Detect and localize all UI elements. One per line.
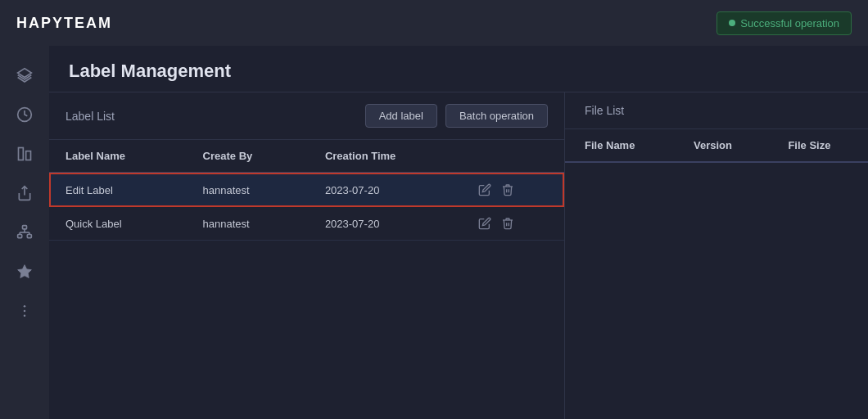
svg-rect-7 xyxy=(27,235,31,238)
body-layout: Label Management Label List Add label Ba… xyxy=(0,46,868,419)
label-table: Label Name Create By Creation Time Edit … xyxy=(49,140,564,241)
col-label-name: Label Name xyxy=(49,140,187,173)
delete-label-button[interactable] xyxy=(501,183,514,196)
success-message: Successful operation xyxy=(740,17,839,29)
col-actions xyxy=(462,140,564,173)
label-panel-header: Label List Add label Batch operation xyxy=(49,92,564,140)
label-table-container: Label Name Create By Creation Time Edit … xyxy=(49,140,564,419)
success-dot-icon xyxy=(729,20,735,26)
col-version: Version xyxy=(674,129,768,162)
panels: Label List Add label Batch operation Lab… xyxy=(49,92,868,419)
cell-label-name: Edit Label xyxy=(49,173,187,207)
cell-date: 2023-07-20 xyxy=(309,173,463,207)
edit-label-button[interactable] xyxy=(478,217,491,230)
success-notification: Successful operation xyxy=(717,11,852,35)
col-file-size: File Size xyxy=(768,129,868,162)
sidebar-item-org[interactable] xyxy=(8,216,41,249)
svg-rect-2 xyxy=(19,148,24,160)
cell-creator: hannatest xyxy=(187,207,309,241)
label-table-header-row: Label Name Create By Creation Time xyxy=(49,140,564,173)
svg-rect-6 xyxy=(18,235,22,238)
file-table: File Name Version File Size xyxy=(565,129,868,163)
table-row[interactable]: Quick Label hannatest 2023-07-20 xyxy=(49,207,564,241)
cell-label-name: Quick Label xyxy=(49,207,187,241)
svg-rect-5 xyxy=(23,226,27,229)
col-create-by: Create By xyxy=(187,140,309,173)
topbar: HAPYTEAM Successful operation xyxy=(0,0,868,46)
svg-marker-12 xyxy=(18,265,32,278)
label-panel-title: Label List xyxy=(66,110,115,123)
sidebar-item-history[interactable] xyxy=(8,98,41,131)
file-table-header-row: File Name Version File Size xyxy=(565,129,868,162)
cell-creator: hannatest xyxy=(187,173,309,207)
svg-point-14 xyxy=(24,310,26,313)
add-label-button[interactable]: Add label xyxy=(365,104,437,128)
page-title: Label Management xyxy=(69,61,848,82)
file-panel-header: File List xyxy=(565,92,868,129)
page-title-bar: Label Management xyxy=(49,46,868,92)
edit-label-button[interactable] xyxy=(478,183,491,196)
svg-point-15 xyxy=(24,315,26,318)
app-logo: HAPYTEAM xyxy=(16,15,112,32)
cell-row-actions xyxy=(462,173,564,207)
cell-row-actions xyxy=(462,207,564,241)
svg-rect-3 xyxy=(26,151,31,160)
batch-operation-button[interactable]: Batch operation xyxy=(445,104,548,128)
file-panel: File List File Name Version File Size xyxy=(565,92,868,419)
delete-label-button[interactable] xyxy=(501,217,514,230)
label-panel: Label List Add label Batch operation Lab… xyxy=(49,92,565,419)
sidebar-item-analytics[interactable] xyxy=(8,137,41,170)
label-panel-actions: Add label Batch operation xyxy=(365,104,548,128)
sidebar-item-favorites[interactable] xyxy=(8,255,41,288)
sidebar-item-share[interactable] xyxy=(8,177,41,210)
sidebar xyxy=(0,46,49,419)
cell-date: 2023-07-20 xyxy=(309,207,463,241)
col-file-name: File Name xyxy=(565,129,674,162)
svg-point-13 xyxy=(24,305,26,308)
sidebar-item-more[interactable] xyxy=(8,295,41,327)
file-panel-title: File List xyxy=(585,104,624,117)
main-content: Label Management Label List Add label Ba… xyxy=(49,46,868,419)
sidebar-item-layers[interactable] xyxy=(8,59,41,92)
table-row[interactable]: Edit Label hannatest 2023-07-20 xyxy=(49,173,564,207)
col-creation-time: Creation Time xyxy=(309,140,463,173)
